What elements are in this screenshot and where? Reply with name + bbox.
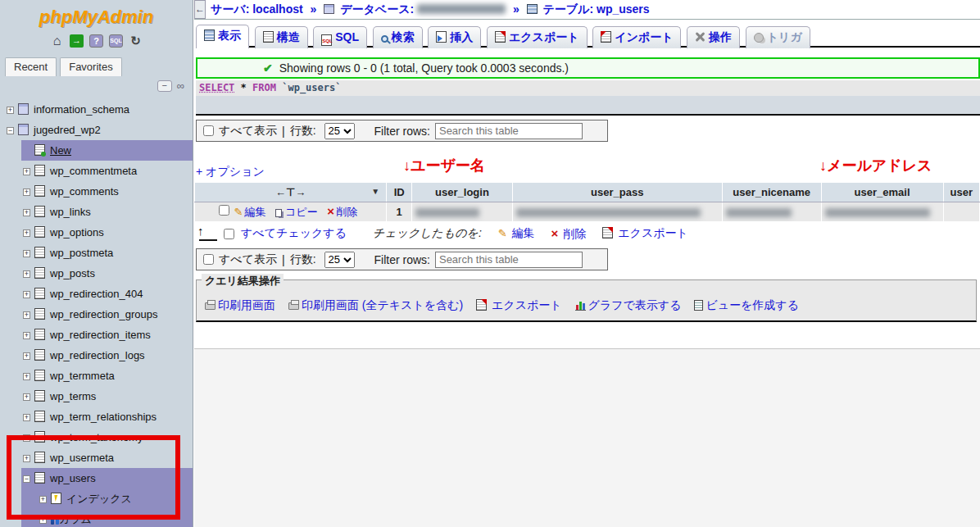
tab-export[interactable]: エクスポート <box>487 26 588 48</box>
logout-icon[interactable]: → <box>70 34 84 48</box>
display-chart-link[interactable]: グラフで表示する <box>575 298 682 311</box>
expander-icon[interactable]: + <box>23 373 30 380</box>
insert-icon <box>436 31 447 43</box>
breadcrumb-database[interactable]: データベース: <box>340 2 414 16</box>
home-icon[interactable]: ⌂ <box>50 34 64 48</box>
tree-item-wp-redirection-items[interactable]: +wp_redirection_items <box>0 325 193 345</box>
show-all-checkbox[interactable] <box>203 125 214 136</box>
tree-item-wp-term-relationships[interactable]: +wp_term_relationships <box>0 407 193 427</box>
tab-favorites[interactable]: Favorites <box>60 57 121 76</box>
expander-icon[interactable]: + <box>23 352 30 360</box>
check-all-checkbox[interactable] <box>224 229 234 239</box>
tab-structure[interactable]: 構造 <box>255 26 308 48</box>
tree-item-wp-options[interactable]: +wp_options <box>0 222 193 243</box>
expander-icon[interactable]: + <box>23 311 30 319</box>
sort-dropdown-icon[interactable]: ▼ <box>371 187 379 196</box>
expander-icon[interactable]: − <box>7 127 14 134</box>
check-all-link[interactable]: すべてチェックする <box>241 226 347 241</box>
selected-export-link[interactable]: エクスポート <box>602 226 688 241</box>
table-icon <box>34 288 45 299</box>
tab-search[interactable]: 検索 <box>373 26 423 48</box>
column-header-id[interactable]: ID <box>387 183 412 202</box>
tree-item-indexes[interactable]: +インデックス <box>21 488 193 509</box>
annotation-username: ↓ユーザー名 <box>403 156 485 175</box>
expander-icon[interactable]: + <box>23 270 30 278</box>
table-icon <box>34 247 45 258</box>
tab-import[interactable]: インポート <box>592 26 681 48</box>
print-view-full-link[interactable]: 印刷用画面 (全テキストを含む) <box>288 298 463 311</box>
breadcrumb-server[interactable]: サーバ: localhost <box>211 2 303 16</box>
tab-triggers[interactable]: トリガ <box>746 26 810 48</box>
actions-column-header[interactable]: ←⊤→▼ <box>195 183 387 202</box>
column-header-user-url-truncated[interactable]: user <box>943 183 979 202</box>
expander-icon[interactable]: + <box>23 168 30 175</box>
tab-browse[interactable]: 表示 <box>196 25 249 48</box>
expander-icon[interactable]: + <box>23 414 30 421</box>
refresh-icon[interactable]: ↻ <box>129 34 143 48</box>
tab-recent[interactable]: Recent <box>5 57 57 76</box>
tree-item-wp-redirection-404[interactable]: +wp_redirection_404 <box>0 284 193 304</box>
tree-item-jugedred-wp2[interactable]: −jugedred_wp2 <box>0 120 193 140</box>
tab-sql[interactable]: SQLSQL <box>313 26 367 48</box>
database-icon <box>18 124 29 135</box>
tree-item-information-schema[interactable]: +information_schema <box>0 99 193 120</box>
database-icon <box>18 103 29 115</box>
tree-item-new-table[interactable]: +New <box>21 140 193 161</box>
tree-item-wp-redirection-logs[interactable]: +wp_redirection_logs <box>0 345 193 366</box>
tree-item-wp-links[interactable]: +wp_links <box>0 202 193 222</box>
export-results-link[interactable]: エクスポート <box>476 298 562 311</box>
back-button[interactable]: ← <box>194 0 206 19</box>
help-icon[interactable]: ? <box>89 34 103 48</box>
tree-item-wp-redirection-groups[interactable]: +wp_redirection_groups <box>0 304 193 325</box>
expander-icon[interactable]: + <box>23 229 30 237</box>
tree-item-wp-commentmeta[interactable]: +wp_commentmeta <box>0 161 193 181</box>
sql-console-icon[interactable]: SQL <box>109 34 123 48</box>
create-view-link[interactable]: ビューを作成する <box>694 298 799 311</box>
expander-icon[interactable]: + <box>23 209 30 216</box>
print-view-link[interactable]: 印刷用画面 <box>205 298 275 311</box>
selected-delete-link[interactable]: × 削除 <box>551 226 587 242</box>
show-all-checkbox[interactable] <box>203 254 214 265</box>
tree-item-wp-usermeta[interactable]: +wp_usermeta <box>0 447 193 468</box>
edit-row-link[interactable]: ✎編集 <box>234 206 266 218</box>
selected-edit-link[interactable]: ✎ 編集 <box>498 226 535 241</box>
expander-icon[interactable]: + <box>39 496 47 503</box>
row-checkbox[interactable] <box>219 205 229 216</box>
filter-input[interactable] <box>435 123 583 139</box>
tree-item-wp-termmeta[interactable]: +wp_termmeta <box>0 366 193 386</box>
breadcrumb-table[interactable]: テーブル: wp_users <box>542 2 649 16</box>
tree-item-wp-term-taxonomy[interactable]: +wp_term_taxonomy <box>0 427 193 447</box>
expander-icon[interactable]: + <box>23 455 30 462</box>
expander-icon[interactable]: + <box>23 393 30 401</box>
expander-icon[interactable]: + <box>7 107 14 114</box>
expander-icon[interactable]: + <box>39 516 47 524</box>
rows-select[interactable]: 25 <box>324 123 355 139</box>
expander-icon[interactable]: − <box>23 475 30 483</box>
filter-input[interactable] <box>435 252 583 268</box>
tree-item-columns[interactable]: +カラム <box>21 509 193 527</box>
table-icon <box>34 472 45 484</box>
delete-row-link[interactable]: ×削除 <box>327 206 357 218</box>
expander-icon[interactable]: + <box>23 291 30 298</box>
tree-item-wp-postmeta[interactable]: +wp_postmeta <box>0 243 193 263</box>
tree-item-wp-users[interactable]: −wp_users <box>21 468 193 488</box>
tree-item-wp-comments[interactable]: +wp_comments <box>0 181 193 202</box>
copy-row-link[interactable]: コピー <box>275 206 318 218</box>
options-toggle-link[interactable]: + オプション <box>196 165 265 179</box>
column-header-user-login[interactable]: user_login <box>412 183 512 202</box>
row-actions-cell: ✎編集 コピー ×削除 <box>195 202 387 222</box>
collapse-all-button[interactable]: − <box>157 80 172 92</box>
column-header-user-nicename[interactable]: user_nicename <box>722 183 821 202</box>
tab-insert[interactable]: 挿入 <box>428 26 481 48</box>
tab-operations[interactable]: 操作 <box>687 26 740 48</box>
tree-item-wp-posts[interactable]: +wp_posts <box>0 263 193 284</box>
expander-icon[interactable]: + <box>23 250 30 257</box>
expander-icon[interactable]: + <box>23 332 30 339</box>
rows-select[interactable]: 25 <box>324 252 355 268</box>
tree-item-wp-terms[interactable]: +wp_terms <box>0 386 193 407</box>
column-header-user-pass[interactable]: user_pass <box>512 183 722 202</box>
column-header-user-email[interactable]: user_email <box>821 183 943 202</box>
expander-icon[interactable]: + <box>23 189 30 196</box>
link-icon[interactable]: ∞ <box>177 81 184 91</box>
expander-icon[interactable]: + <box>23 434 30 442</box>
